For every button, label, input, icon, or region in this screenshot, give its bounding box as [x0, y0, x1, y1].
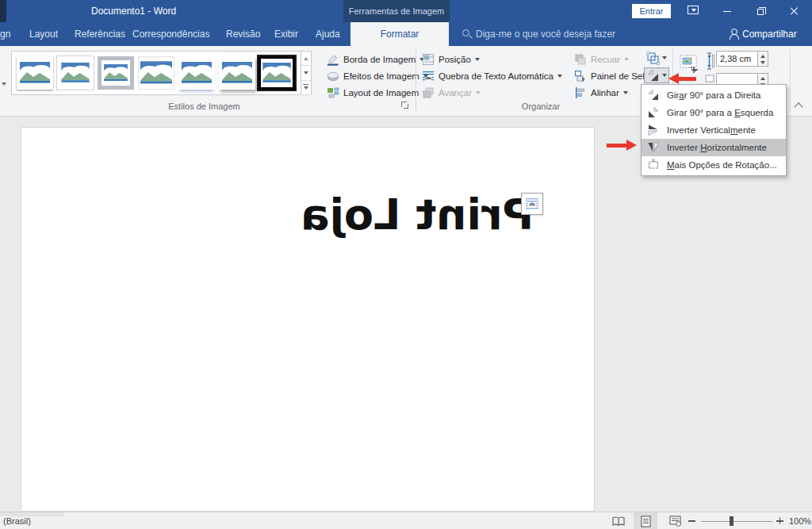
print-layout-button[interactable]	[634, 512, 657, 529]
gallery-scroll-strip	[301, 51, 312, 95]
menu-item-label: Mais Opções de Rotação...	[667, 160, 777, 170]
tab-view[interactable]: Exibir	[274, 22, 298, 46]
arrow-shaft	[607, 144, 627, 148]
layout-options-icon	[525, 197, 539, 211]
menu-item-label: Inverter Verticalmente	[667, 125, 756, 135]
sign-in-button[interactable]: Entrar	[632, 4, 671, 18]
search-icon	[462, 29, 469, 36]
tab-format-active[interactable]: Formatar	[350, 22, 449, 46]
share-button[interactable]: Compartilhar	[742, 22, 797, 46]
word-window: Documento1 - Word Ferramentas de Imagem …	[0, 0, 812, 529]
scroll-up-icon	[304, 57, 308, 60]
selection-pane-icon	[574, 70, 587, 82]
tab-references[interactable]: Referências	[75, 22, 125, 46]
tab-design-cut[interactable]: gn	[0, 22, 10, 46]
tab-help[interactable]: Ajuda	[316, 22, 340, 46]
shape-height-field[interactable]: 2,38 cm	[716, 51, 758, 67]
gallery-more-icon	[303, 84, 308, 85]
shape-width-icon	[705, 75, 714, 82]
spin-up-icon	[760, 77, 765, 80]
spin-down-icon	[760, 61, 765, 64]
menu-item-flip-horizontal[interactable]: Inverter Horizontalmente	[642, 139, 786, 156]
zoom-slider-thumb[interactable]	[730, 516, 733, 526]
gallery-scroll-up-button[interactable]	[301, 52, 311, 66]
read-mode-button[interactable]	[607, 512, 630, 529]
more-rotation-options-icon	[647, 159, 660, 171]
minimize-button[interactable]	[714, 0, 741, 22]
picture-style-drop-shadow[interactable]	[138, 56, 174, 90]
menu-item-rotate-right-90[interactable]: Girar 90° para a Direita	[642, 86, 786, 104]
tab-layout[interactable]: Layout	[29, 22, 58, 46]
picture-styles-dialog-launcher[interactable]	[401, 102, 409, 109]
dropdown-caret-icon	[624, 58, 629, 61]
picture-style-simple-frame[interactable]	[17, 56, 53, 90]
spin-up-icon	[760, 55, 765, 58]
picture-style-black-frame-selected[interactable]	[259, 56, 295, 90]
menu-item-more-rotation-options[interactable]: Mais Opções de Rotação...	[642, 156, 786, 174]
position-icon	[422, 53, 435, 66]
zoom-in-button[interactable]	[776, 520, 783, 522]
document-title: Documento1 - Word	[91, 0, 176, 22]
dropdown-caret-icon	[476, 91, 481, 94]
dropdown-caret-icon	[475, 58, 480, 61]
zoom-out-button[interactable]	[688, 520, 695, 522]
shape-height-icon	[704, 52, 714, 70]
tab-review[interactable]: Revisão	[226, 22, 260, 46]
position-button[interactable]: Posição	[422, 52, 480, 67]
picture-style-reflection[interactable]	[178, 56, 215, 90]
gallery-scroll-down-button[interactable]	[301, 66, 311, 80]
web-layout-icon	[669, 516, 681, 527]
group-separator	[416, 49, 416, 113]
ribbon-tab-row: gn Layout Referências Correspondências R…	[0, 22, 812, 46]
minimize-icon	[723, 11, 731, 12]
picture-style-metal-frame[interactable]	[98, 56, 134, 90]
share-person-icon	[730, 29, 739, 40]
language-indicator[interactable]: (Brasil)	[3, 512, 31, 529]
bring-forward-icon	[422, 86, 435, 99]
dropdown-caret-icon	[557, 75, 562, 78]
scroll-down-icon	[304, 71, 308, 75]
wrap-text-button[interactable]: Quebra de Texto Automática	[422, 68, 562, 84]
close-button[interactable]	[781, 0, 808, 22]
picture-effects-button[interactable]: Efeitos de Imagem	[327, 68, 428, 84]
picture-layout-button[interactable]: Layout de Imagem	[327, 85, 427, 101]
tab-mailings[interactable]: Correspondências	[132, 22, 209, 46]
restore-button[interactable]	[747, 0, 774, 22]
contextual-tab-group-header: Ferramentas de Imagem	[343, 0, 450, 22]
picture-border-button[interactable]: Borda de Imagem	[327, 52, 424, 67]
gallery-more-button[interactable]	[301, 81, 311, 95]
arrow-shaft	[678, 77, 696, 81]
zoom-slider-track[interactable]	[701, 521, 772, 522]
align-button[interactable]: Alinhar	[574, 85, 628, 101]
wrap-text-icon	[422, 70, 435, 82]
flipped-picture-text[interactable]: Print Loja	[301, 190, 534, 240]
ribbon-display-options-button[interactable]	[685, 5, 703, 17]
send-backward-button: Recuar	[574, 52, 629, 67]
picture-styles-group-label: Estilos de Imagem	[119, 102, 289, 111]
rotate-objects-button[interactable]	[644, 67, 669, 83]
send-backward-icon	[574, 53, 587, 66]
ribbon-display-options-icon	[688, 6, 699, 14]
collapse-ribbon-button[interactable]	[795, 103, 803, 108]
zoom-level[interactable]: 100%	[789, 512, 811, 529]
layout-options-button[interactable]	[521, 193, 543, 215]
picture-effects-icon	[327, 70, 339, 82]
menu-item-flip-vertical[interactable]: Inverter Verticalmente	[642, 121, 786, 139]
picture-style-simple-frame-white[interactable]	[57, 56, 94, 90]
web-layout-button[interactable]	[663, 512, 687, 529]
flip-vertical-icon	[647, 124, 660, 136]
picture-style-perspective[interactable]	[219, 56, 255, 90]
group-separator	[790, 49, 791, 113]
close-icon	[790, 6, 799, 16]
tell-me-search-box[interactable]: Diga-me o que você deseja fazer	[476, 22, 615, 46]
window-edge	[0, 0, 6, 22]
title-bar: Documento1 - Word Ferramentas de Imagem …	[0, 0, 812, 22]
picture-layout-icon	[327, 86, 339, 99]
annotation-arrow-to-rotate-button	[668, 73, 697, 84]
menu-item-rotate-left-90[interactable]: Girar 90° para a Esquerda	[642, 104, 786, 121]
document-page[interactable]: Print Loja	[21, 127, 595, 512]
shape-height-spinner[interactable]	[758, 51, 768, 67]
group-objects-button[interactable]	[644, 50, 669, 66]
menu-item-label: Inverter Horizontalmente	[667, 143, 767, 152]
bring-forward-button: Avançar	[422, 85, 481, 101]
